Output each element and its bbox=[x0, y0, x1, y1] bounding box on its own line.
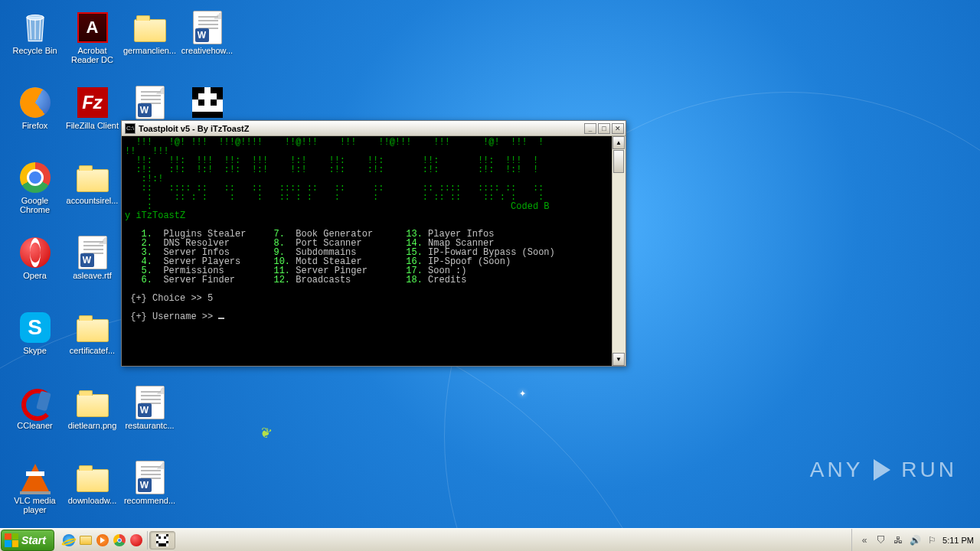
icon-label: dietlearn.png bbox=[68, 421, 117, 430]
console-output[interactable]: !!! !@! !!! !!!@!!!! !!@!!! !!! !!@!!! !… bbox=[122, 136, 612, 366]
desktop-icon-dietlearn[interactable]: dietlearn.png bbox=[64, 381, 121, 456]
icon-label: CCleaner bbox=[17, 421, 52, 430]
icon-label: asleave.rtf bbox=[73, 271, 112, 280]
word-icon bbox=[76, 236, 109, 269]
adobe-icon: A bbox=[76, 11, 109, 44]
scroll-track[interactable] bbox=[612, 174, 625, 353]
anyrun-watermark: ANY RUN bbox=[810, 458, 957, 482]
word-icon bbox=[133, 386, 167, 419]
desktop-icon-asleave[interactable]: asleave.rtf bbox=[64, 231, 121, 306]
scroll-down-button[interactable]: ▼ bbox=[612, 353, 625, 366]
word-icon bbox=[133, 86, 167, 119]
folder-icon bbox=[76, 161, 109, 194]
desktop[interactable]: Recycle BinAAcrobat Reader DCgermanclien… bbox=[0, 0, 980, 528]
icon-label: Firefox bbox=[22, 121, 48, 130]
tray-network-icon[interactable]: 🖧 bbox=[892, 534, 904, 546]
icon-label: restaurantc... bbox=[125, 421, 174, 430]
scroll-up-button[interactable]: ▲ bbox=[612, 136, 625, 149]
minimize-button[interactable]: _ bbox=[584, 123, 596, 134]
desktop-icon-restaurantc[interactable]: restaurantc... bbox=[121, 381, 178, 456]
filezilla-icon: Fz bbox=[76, 86, 109, 119]
opera-icon bbox=[18, 236, 52, 269]
chrome-icon bbox=[18, 161, 52, 194]
icon-label: downloadw... bbox=[68, 496, 117, 505]
desktop-icon-skype[interactable]: SSkype bbox=[6, 306, 64, 381]
recycle-icon bbox=[18, 11, 52, 44]
taskbar-app-button[interactable] bbox=[149, 531, 175, 549]
vlc-icon bbox=[18, 461, 52, 494]
desktop-icon-certificatef[interactable]: certificatef... bbox=[64, 306, 121, 381]
window-title: Toastploit v5 - By iTzToastZ bbox=[139, 124, 583, 133]
ie-icon[interactable] bbox=[61, 533, 77, 548]
tray-expand-icon[interactable]: « bbox=[858, 534, 871, 546]
titlebar[interactable]: C:\ Toastploit v5 - By iTzToastZ _ □ ✕ bbox=[122, 121, 626, 136]
desktop-icon-recommend[interactable]: recommend... bbox=[121, 456, 178, 531]
icon-label: certificatef... bbox=[70, 346, 115, 355]
taskbar: Start « ⛉ 🖧 🔊 ⚐ 5:11 PM bbox=[0, 528, 980, 551]
folder-icon bbox=[76, 311, 109, 344]
desktop-icon-opera[interactable]: Opera bbox=[6, 231, 64, 306]
watermark-text-b: RUN bbox=[901, 458, 957, 482]
scrollbar[interactable]: ▲ ▼ bbox=[612, 136, 625, 366]
desktop-icon-recycle-bin[interactable]: Recycle Bin bbox=[6, 6, 64, 81]
ccleaner-icon bbox=[18, 386, 52, 419]
tray-flag-icon[interactable]: ⚐ bbox=[926, 534, 938, 546]
folder-icon bbox=[133, 11, 167, 44]
icon-label: creativehow... bbox=[181, 46, 233, 55]
desktop-icon-germanclien[interactable]: germanclien... bbox=[121, 6, 178, 81]
taskbar-clock[interactable]: 5:11 PM bbox=[942, 536, 974, 545]
icon-label: Skype bbox=[23, 346, 47, 355]
windows-logo-icon bbox=[5, 533, 18, 547]
explorer-icon[interactable] bbox=[78, 533, 93, 548]
cmd-icon: C:\ bbox=[125, 123, 136, 134]
desktop-icon-ccleaner[interactable]: CCleaner bbox=[6, 381, 64, 456]
quick-launch bbox=[58, 531, 148, 549]
svg-point-0 bbox=[27, 15, 44, 21]
system-tray: « ⛉ 🖧 🔊 ⚐ 5:11 PM bbox=[851, 529, 980, 551]
icon-label: FileZilla Client bbox=[66, 121, 119, 130]
desktop-icon-filezilla[interactable]: FzFileZilla Client bbox=[64, 81, 121, 156]
play-icon bbox=[874, 459, 890, 481]
firefox-icon bbox=[18, 86, 52, 119]
icon-label: germanclien... bbox=[123, 46, 176, 55]
desktop-icon-acrobat[interactable]: AAcrobat Reader DC bbox=[64, 6, 121, 81]
icon-label: Acrobat Reader DC bbox=[65, 46, 120, 64]
icon-label: Recycle Bin bbox=[12, 46, 57, 55]
desktop-icon-chrome[interactable]: Google Chrome bbox=[6, 156, 64, 231]
skype-icon: S bbox=[18, 311, 52, 344]
desktop-icon-downloadw[interactable]: downloadw... bbox=[64, 456, 121, 531]
chrome-icon[interactable] bbox=[112, 533, 127, 548]
start-button[interactable]: Start bbox=[1, 530, 54, 551]
close-button[interactable]: ✕ bbox=[612, 123, 624, 134]
tray-shield-icon[interactable]: ⛉ bbox=[875, 534, 887, 546]
word-icon bbox=[191, 11, 224, 44]
desktop-icon-firefox[interactable]: Firefox bbox=[6, 81, 64, 156]
console-window: C:\ Toastploit v5 - By iTzToastZ _ □ ✕ !… bbox=[121, 120, 626, 367]
media-player-icon[interactable] bbox=[95, 533, 110, 548]
icon-label: VLC media player bbox=[8, 496, 63, 514]
watermark-text-a: ANY bbox=[810, 458, 864, 482]
desktop-icon-accountsirel[interactable]: accountsirel... bbox=[64, 156, 121, 231]
word-icon bbox=[133, 461, 167, 494]
icon-label: accountsirel... bbox=[67, 196, 119, 205]
icon-label: recommend... bbox=[124, 496, 175, 505]
folder-icon bbox=[76, 461, 109, 494]
tray-volume-icon[interactable]: 🔊 bbox=[909, 534, 921, 546]
desktop-icon-creativehow[interactable]: creativehow... bbox=[178, 6, 236, 81]
opera-icon[interactable] bbox=[129, 533, 144, 548]
folder-icon bbox=[76, 386, 109, 419]
start-label: Start bbox=[21, 534, 46, 546]
scroll-thumb[interactable] bbox=[613, 150, 624, 173]
icon-label: Google Chrome bbox=[8, 196, 63, 214]
desktop-icon-vlc[interactable]: VLC media player bbox=[6, 456, 64, 531]
icon-label: Opera bbox=[23, 271, 47, 280]
face-icon bbox=[191, 86, 224, 119]
maximize-button[interactable]: □ bbox=[598, 123, 610, 134]
face-icon bbox=[156, 534, 168, 546]
